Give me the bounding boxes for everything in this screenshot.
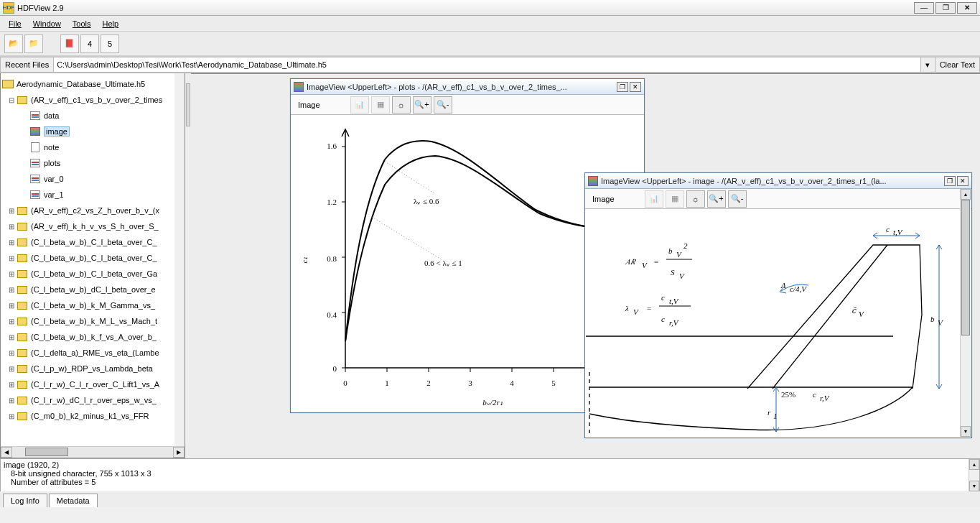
tree-leaf-image[interactable]: image: [1, 124, 185, 139]
tree-group[interactable]: ⊞(C_l_beta_w_b)_k_M_L_vs_Mach_t: [1, 313, 185, 329]
expand-icon[interactable]: ⊞: [6, 239, 17, 246]
open-file-button[interactable]: 📂: [4, 34, 23, 53]
tree-group[interactable]: ⊞(C_l_beta_w_b)_C_l_beta_over_Ga: [1, 266, 185, 282]
expand-icon[interactable]: ⊞: [6, 412, 17, 420]
svg-text:V: V: [642, 261, 648, 269]
tree-root[interactable]: Aerodynamic_Database_Ultimate.h5: [1, 76, 185, 92]
expand-icon[interactable]: ⊞: [6, 365, 17, 373]
tree-vscrollbar[interactable]: [174, 73, 185, 446]
expand-icon[interactable]: ⊞: [6, 254, 17, 262]
svg-text:c: c: [813, 390, 816, 399]
toolbar: 📂 📁 📕 4 5: [0, 32, 980, 56]
expand-icon[interactable]: ⊞: [6, 397, 17, 404]
expand-icon[interactable]: ⊞: [6, 349, 17, 357]
svg-text:t,V: t,V: [893, 228, 903, 236]
brightness-icon[interactable]: ☼: [686, 190, 705, 208]
tree-group[interactable]: ⊞(AR_v_eff)_k_h_v_vs_S_h_over_S_: [1, 218, 185, 234]
zoom-in-icon[interactable]: 🔍+: [707, 190, 726, 208]
chart-icon: 📊: [645, 190, 663, 208]
tab-metadata[interactable]: Metadata: [49, 494, 98, 507]
close-internal-button[interactable]: ✕: [630, 82, 641, 92]
maximize-button[interactable]: ❐: [935, 2, 956, 14]
svg-text:0.8: 0.8: [327, 254, 337, 263]
close-file-button[interactable]: 📁: [24, 34, 43, 53]
menu-tools[interactable]: Tools: [67, 18, 97, 29]
imageview-plots-titlebar[interactable]: ImageView <UpperLeft> - plots - /(AR_v_e…: [291, 79, 644, 95]
scroll-down-icon[interactable]: ▼: [969, 481, 979, 491]
minimize-button[interactable]: —: [914, 2, 934, 14]
scroll-up-icon[interactable]: ▲: [961, 189, 971, 200]
expand-icon[interactable]: ⊞: [6, 270, 17, 278]
expand-icon[interactable]: ⊞: [6, 223, 17, 231]
recent-files-path[interactable]: C:\Users\admin\Desktop\Tesi\Work\Test\Ae…: [53, 57, 921, 73]
info-panel: image (1920, 2) 8-bit unsigned character…: [0, 458, 980, 491]
tree-group[interactable]: ⊞(C_l_delta_a)_RME_vs_eta_(Lambe: [1, 345, 185, 361]
image-menu[interactable]: Image: [294, 101, 325, 109]
tree-group[interactable]: ⊞(C_l_beta_w_b)_k_M_Gamma_vs_: [1, 297, 185, 313]
svg-text:0.6 < λᵥ ≤ 1: 0.6 < λᵥ ≤ 1: [424, 259, 462, 267]
expand-icon[interactable]: ⊞: [6, 381, 17, 389]
expand-icon[interactable]: ⊞: [6, 286, 17, 294]
svg-text:=: =: [654, 257, 658, 266]
recent-files-dropdown[interactable]: ▾: [921, 57, 935, 73]
tree-group[interactable]: ⊞(C_l_r_w)_C_l_r_over_C_Lift1_vs_A: [1, 376, 185, 392]
tree-group[interactable]: ⊞(C_l_p_w)_RDP_vs_Lambda_beta: [1, 361, 185, 376]
expand-icon[interactable]: ⊞: [6, 318, 17, 325]
hdf5-button[interactable]: 5: [101, 34, 119, 53]
imageview-image-toolbar: Image 📊 ▦ ☼ 🔍+ 🔍-: [585, 189, 971, 209]
tree-group[interactable]: ⊞(C_l_beta_w_b)_dC_l_beta_over_e: [1, 282, 185, 297]
tree-leaf-var0[interactable]: var_0: [1, 171, 185, 187]
svg-text:0: 0: [333, 364, 337, 373]
maximize-internal-button[interactable]: ❐: [944, 176, 956, 186]
tree-leaf-note[interactable]: note: [1, 139, 185, 155]
hdf4-button[interactable]: 4: [80, 34, 99, 53]
maximize-internal-button[interactable]: ❐: [617, 82, 628, 92]
image-vscrollbar[interactable]: ▲ ▼: [960, 189, 971, 437]
imageview-image[interactable]: ImageView <UpperLeft> - image - /(AR_v_e…: [584, 172, 972, 438]
expand-icon[interactable]: ⊞: [6, 302, 17, 310]
vertical-splitter[interactable]: [185, 73, 191, 458]
expand-icon[interactable]: ⊞: [6, 333, 17, 341]
tree-leaf-plots[interactable]: plots: [1, 155, 185, 171]
zoom-out-icon[interactable]: 🔍-: [728, 190, 747, 208]
tree[interactable]: Aerodynamic_Database_Ultimate.h5 ⊟ (AR_v…: [1, 73, 185, 427]
tree-group[interactable]: ⊞(C_l_beta_w_b)_C_l_beta_over_C_: [1, 234, 185, 250]
info-vscrollbar[interactable]: ▲ ▼: [969, 459, 979, 491]
close-button[interactable]: ✕: [957, 2, 977, 14]
tree-leaf-var1[interactable]: var_1: [1, 187, 185, 203]
image-menu[interactable]: Image: [588, 195, 619, 203]
expand-icon[interactable]: ⊞: [6, 207, 17, 215]
tree-group[interactable]: ⊞(C_l_beta_w_b)_C_l_beta_over_C_: [1, 250, 185, 266]
chart-icon: 📊: [350, 96, 369, 114]
tree-hscrollbar[interactable]: ◀ ▶: [1, 446, 185, 458]
tab-row: Log Info Metadata: [0, 491, 980, 507]
svg-text:2: 2: [426, 379, 431, 387]
close-internal-button[interactable]: ✕: [957, 176, 969, 186]
tree-group[interactable]: ⊞(C_l_beta_w_b)_k_f_vs_A_over_b_: [1, 329, 185, 345]
scroll-down-icon[interactable]: ▼: [961, 426, 971, 437]
tree-group[interactable]: ⊞(C_m0_b)_k2_minus_k1_vs_FFR: [1, 408, 185, 424]
tree-group[interactable]: ⊞(C_l_r_w)_dC_l_r_over_eps_w_vs_: [1, 392, 185, 408]
tree-leaf-data[interactable]: data: [1, 108, 185, 124]
brightness-icon[interactable]: ☼: [392, 96, 411, 114]
image-canvas: 𝐴𝑅V = bV2 SV λV = ct,V cr,V: [586, 210, 960, 437]
svg-text:t,V: t,V: [669, 297, 679, 305]
menu-help[interactable]: Help: [97, 18, 125, 29]
help-button[interactable]: 📕: [60, 34, 79, 53]
menu-window[interactable]: Window: [27, 18, 67, 29]
tree-group-label: (C_l_beta_w_b)_C_l_beta_over_C_: [31, 254, 157, 262]
zoom-out-icon[interactable]: 🔍-: [434, 96, 452, 114]
scroll-up-icon[interactable]: ▲: [969, 459, 979, 470]
zoom-in-icon[interactable]: 🔍+: [413, 96, 431, 114]
tree-group[interactable]: ⊞(AR_v_eff)_c2_vs_Z_h_over_b_v_(x: [1, 203, 185, 218]
scroll-left-icon[interactable]: ◀: [1, 447, 12, 458]
menu-file[interactable]: File: [3, 18, 27, 29]
svg-text:r: r: [767, 408, 771, 417]
scroll-right-icon[interactable]: ▶: [173, 447, 185, 458]
clear-text-button[interactable]: Clear Text: [935, 57, 980, 73]
collapse-icon[interactable]: ⊟: [6, 96, 17, 104]
svg-text:S: S: [671, 268, 675, 277]
tree-group[interactable]: ⊟ (AR_v_eff)_c1_vs_b_v_over_2_times: [1, 92, 185, 108]
imageview-image-titlebar[interactable]: ImageView <UpperLeft> - image - /(AR_v_e…: [585, 173, 971, 189]
tab-loginfo[interactable]: Log Info: [3, 494, 47, 507]
